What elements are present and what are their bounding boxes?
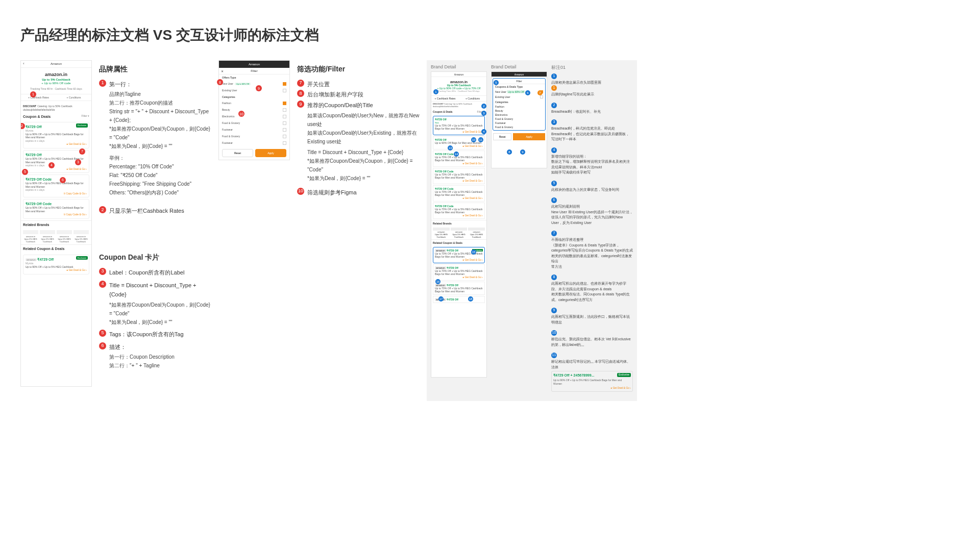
pin-7: 7 bbox=[79, 148, 85, 155]
pin-3: 3 bbox=[75, 159, 81, 165]
tab-conditions[interactable]: + Conditions bbox=[56, 94, 91, 101]
demo-card: Exclusive ₹4729 Off + 245678999... Up to… bbox=[551, 371, 633, 392]
close-icon[interactable]: ✕ bbox=[221, 69, 224, 73]
checkbox-icon[interactable] bbox=[283, 82, 286, 86]
mock-designer-detail: Amazon amazon.in Up to 5% Cashback + Up … bbox=[431, 71, 487, 378]
nav-title: Amazon bbox=[51, 62, 62, 66]
filter-title: Filter bbox=[251, 69, 257, 72]
coupon-card[interactable]: Exclusive ₹4729 Off Myntra Up to 90% Off… bbox=[23, 122, 89, 148]
mock-designer-filter: Amazon ✕Filter Coupons & Deals Type New … bbox=[491, 71, 547, 168]
main-row: ‹Amazon amazon.in Up to 5% Cashback + Up… bbox=[20, 60, 960, 401]
reset-button[interactable]: Reset bbox=[222, 149, 253, 157]
coupon-card[interactable]: ₹4729 Off Code Up to 90% Off + Up to 5% … bbox=[23, 199, 89, 219]
annotation-left: 品牌属性 1第一行： 品牌的Tagline 第二行：推荐Coupon的描述 St… bbox=[99, 60, 211, 370]
pin-1: 1 bbox=[30, 91, 36, 97]
section-coupon: Coupon & Deals bbox=[23, 114, 51, 119]
related-coupon-card[interactable]: Exclusive amazon ₹4729 Off Myntra Up to … bbox=[23, 255, 89, 274]
tab-cashback[interactable]: + Cashback Rates bbox=[21, 94, 56, 101]
pin-5: 5 bbox=[22, 169, 28, 175]
tracking-info: Tracking Time 48 hr · Cashback Time 60 d… bbox=[23, 87, 89, 91]
card-desc: Up to 90% Off + Up to 5% HEG Cashback Ba… bbox=[26, 133, 87, 139]
apply-button[interactable]: Apply bbox=[255, 149, 286, 157]
pin-4: 4 bbox=[48, 162, 55, 168]
filter-trigger[interactable]: Filter ▾ bbox=[82, 114, 90, 119]
section-related-brands: Related Brands bbox=[21, 220, 91, 229]
filter-item[interactable]: Existing User bbox=[219, 87, 289, 94]
designer-annotations: 标注01 1品牌相关信息展示在头部图里面1品牌的tagline写在此处展示 2B… bbox=[551, 64, 633, 397]
back-icon[interactable]: ‹ bbox=[23, 61, 24, 66]
anno-h2: Coupon Deal 卡片 bbox=[99, 252, 211, 264]
annotation-filter: 筛选功能/Filter 7开关位置 8后台增加新老用户字段 9推荐的Coupon… bbox=[297, 60, 420, 198]
brand-logo: amazon.in bbox=[23, 72, 89, 78]
card-cta[interactable]: ● Get Deal & Go › bbox=[26, 142, 87, 146]
tagline-2: + Up to 90% Off code bbox=[23, 82, 89, 86]
group-offers: Offers Type bbox=[219, 74, 289, 81]
mock-brand-detail-left: ‹Amazon amazon.in Up to 5% Cashback + Up… bbox=[20, 60, 92, 387]
anno-h1: 品牌属性 bbox=[99, 63, 211, 76]
discount-label: DISCOUNT bbox=[23, 105, 36, 108]
anno-filter-h: 筛选功能/Filter bbox=[297, 63, 420, 76]
mock-filter: Amazon ✕Filter Offers Type New UserUp to… bbox=[218, 60, 290, 160]
related-brands-row: amazon.inUpto 5% HEG Cashback amazon.inU… bbox=[21, 229, 91, 245]
page-title: 产品经理的标注文档 VS 交互设计师的标注文档 bbox=[20, 26, 960, 45]
filter-item[interactable]: New UserUp to 60% Off bbox=[219, 81, 289, 87]
section-related-deals: Related Coupon & Deals bbox=[21, 244, 91, 253]
designer-panel: Brand Detail Amazon amazon.in Up to 5% C… bbox=[427, 60, 637, 401]
caption: Brand Detail bbox=[431, 64, 487, 69]
group-categories: Categories bbox=[219, 94, 289, 100]
coupon-card[interactable]: ₹4729 Off Code Up to 90% Off + Up to 5% … bbox=[23, 174, 89, 197]
tagline-1: Up to 5% Cashback bbox=[23, 78, 89, 82]
exclusive-badge: Exclusive bbox=[76, 123, 88, 127]
pin-6: 6 bbox=[60, 177, 66, 183]
